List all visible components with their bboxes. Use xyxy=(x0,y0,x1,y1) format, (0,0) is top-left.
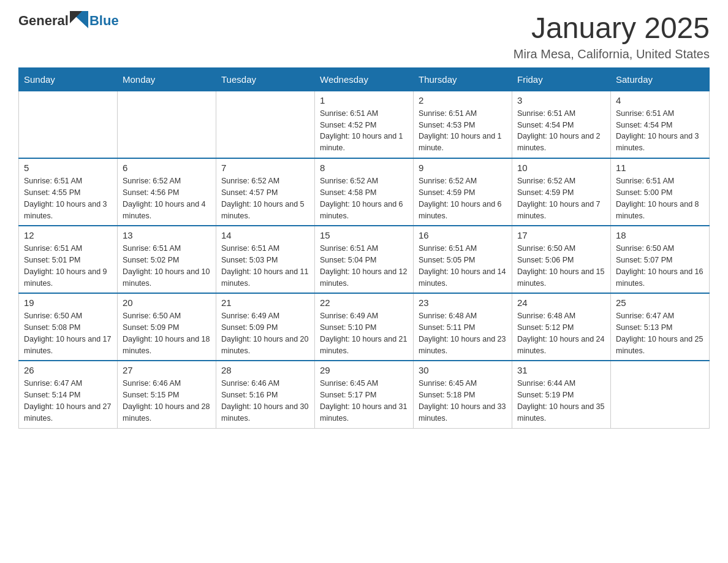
calendar-cell: 26Sunrise: 6:47 AMSunset: 5:14 PMDayligh… xyxy=(19,361,118,428)
day-number: 28 xyxy=(221,365,309,375)
col-header-saturday: Saturday xyxy=(611,67,710,91)
day-number: 30 xyxy=(419,365,507,375)
calendar-cell: 5Sunrise: 6:51 AMSunset: 4:55 PMDaylight… xyxy=(19,158,118,226)
calendar-week-row: 19Sunrise: 6:50 AMSunset: 5:08 PMDayligh… xyxy=(19,293,710,361)
day-info: Sunrise: 6:47 AMSunset: 5:13 PMDaylight:… xyxy=(616,310,704,356)
day-number: 15 xyxy=(320,230,408,240)
calendar-cell: 24Sunrise: 6:48 AMSunset: 5:12 PMDayligh… xyxy=(512,293,611,361)
col-header-sunday: Sunday xyxy=(19,67,118,91)
calendar-cell: 20Sunrise: 6:50 AMSunset: 5:09 PMDayligh… xyxy=(118,293,216,361)
calendar-week-row: 1Sunrise: 6:51 AMSunset: 4:52 PMDaylight… xyxy=(19,91,710,158)
calendar-cell: 28Sunrise: 6:46 AMSunset: 5:16 PMDayligh… xyxy=(216,361,315,428)
col-header-monday: Monday xyxy=(118,67,216,91)
day-info: Sunrise: 6:52 AMSunset: 4:57 PMDaylight:… xyxy=(221,175,309,221)
day-number: 26 xyxy=(24,365,112,375)
calendar-cell xyxy=(611,361,710,428)
calendar-cell: 14Sunrise: 6:51 AMSunset: 5:03 PMDayligh… xyxy=(216,226,315,293)
day-info: Sunrise: 6:48 AMSunset: 5:11 PMDaylight:… xyxy=(419,310,507,356)
day-info: Sunrise: 6:51 AMSunset: 5:00 PMDaylight:… xyxy=(616,175,704,221)
day-number: 3 xyxy=(517,95,605,105)
day-info: Sunrise: 6:51 AMSunset: 4:53 PMDaylight:… xyxy=(419,108,507,154)
calendar-table: SundayMondayTuesdayWednesdayThursdayFrid… xyxy=(18,67,710,429)
day-info: Sunrise: 6:51 AMSunset: 4:54 PMDaylight:… xyxy=(517,108,605,154)
day-number: 31 xyxy=(517,365,605,375)
day-number: 10 xyxy=(517,163,605,173)
day-info: Sunrise: 6:52 AMSunset: 4:58 PMDaylight:… xyxy=(320,175,408,221)
day-info: Sunrise: 6:46 AMSunset: 5:15 PMDaylight:… xyxy=(123,378,211,424)
day-number: 14 xyxy=(221,230,309,240)
day-number: 4 xyxy=(616,95,704,105)
day-number: 21 xyxy=(221,297,309,308)
calendar-cell: 11Sunrise: 6:51 AMSunset: 5:00 PMDayligh… xyxy=(611,158,710,226)
calendar-cell: 18Sunrise: 6:50 AMSunset: 5:07 PMDayligh… xyxy=(611,226,710,293)
calendar-cell: 7Sunrise: 6:52 AMSunset: 4:57 PMDaylight… xyxy=(216,158,315,226)
month-title: January 2025 xyxy=(514,12,710,45)
day-info: Sunrise: 6:52 AMSunset: 4:59 PMDaylight:… xyxy=(419,175,507,221)
day-info: Sunrise: 6:47 AMSunset: 5:14 PMDaylight:… xyxy=(24,378,112,424)
day-info: Sunrise: 6:51 AMSunset: 5:05 PMDaylight:… xyxy=(419,243,507,289)
calendar-cell: 4Sunrise: 6:51 AMSunset: 4:54 PMDaylight… xyxy=(611,91,710,158)
calendar-cell: 30Sunrise: 6:45 AMSunset: 5:18 PMDayligh… xyxy=(414,361,512,428)
day-info: Sunrise: 6:52 AMSunset: 4:56 PMDaylight:… xyxy=(123,175,211,221)
location: Mira Mesa, California, United States xyxy=(514,47,710,61)
calendar-cell: 29Sunrise: 6:45 AMSunset: 5:17 PMDayligh… xyxy=(315,361,414,428)
day-info: Sunrise: 6:50 AMSunset: 5:09 PMDaylight:… xyxy=(123,310,211,356)
day-info: Sunrise: 6:51 AMSunset: 4:52 PMDaylight:… xyxy=(320,108,408,154)
day-info: Sunrise: 6:46 AMSunset: 5:16 PMDaylight:… xyxy=(221,378,309,424)
day-info: Sunrise: 6:49 AMSunset: 5:10 PMDaylight:… xyxy=(320,310,408,356)
day-info: Sunrise: 6:51 AMSunset: 5:02 PMDaylight:… xyxy=(123,243,211,289)
calendar-cell: 12Sunrise: 6:51 AMSunset: 5:01 PMDayligh… xyxy=(19,226,118,293)
day-info: Sunrise: 6:50 AMSunset: 5:07 PMDaylight:… xyxy=(616,243,704,289)
calendar-cell: 8Sunrise: 6:52 AMSunset: 4:58 PMDaylight… xyxy=(315,158,414,226)
day-number: 5 xyxy=(24,163,112,173)
col-header-friday: Friday xyxy=(512,67,611,91)
day-number: 8 xyxy=(320,163,408,173)
logo: General Blue xyxy=(18,12,119,29)
day-info: Sunrise: 6:45 AMSunset: 5:17 PMDaylight:… xyxy=(320,378,408,424)
day-info: Sunrise: 6:50 AMSunset: 5:06 PMDaylight:… xyxy=(517,243,605,289)
day-info: Sunrise: 6:51 AMSunset: 5:01 PMDaylight:… xyxy=(24,243,112,289)
day-number: 16 xyxy=(419,230,507,240)
day-number: 23 xyxy=(419,297,507,308)
calendar-header-row: SundayMondayTuesdayWednesdayThursdayFrid… xyxy=(19,67,710,91)
day-info: Sunrise: 6:45 AMSunset: 5:18 PMDaylight:… xyxy=(419,378,507,424)
calendar-cell: 19Sunrise: 6:50 AMSunset: 5:08 PMDayligh… xyxy=(19,293,118,361)
day-number: 29 xyxy=(320,365,408,375)
calendar-cell: 27Sunrise: 6:46 AMSunset: 5:15 PMDayligh… xyxy=(118,361,216,428)
day-number: 25 xyxy=(616,297,704,308)
calendar-cell: 3Sunrise: 6:51 AMSunset: 4:54 PMDaylight… xyxy=(512,91,611,158)
day-number: 22 xyxy=(320,297,408,308)
day-number: 20 xyxy=(123,297,211,308)
col-header-wednesday: Wednesday xyxy=(315,67,414,91)
calendar-week-row: 5Sunrise: 6:51 AMSunset: 4:55 PMDaylight… xyxy=(19,158,710,226)
day-number: 1 xyxy=(320,95,408,105)
calendar-cell: 6Sunrise: 6:52 AMSunset: 4:56 PMDaylight… xyxy=(118,158,216,226)
day-info: Sunrise: 6:50 AMSunset: 5:08 PMDaylight:… xyxy=(24,310,112,356)
logo-text-general: General xyxy=(18,13,69,29)
col-header-tuesday: Tuesday xyxy=(216,67,315,91)
calendar-cell: 25Sunrise: 6:47 AMSunset: 5:13 PMDayligh… xyxy=(611,293,710,361)
day-number: 17 xyxy=(517,230,605,240)
day-number: 18 xyxy=(616,230,704,240)
day-info: Sunrise: 6:51 AMSunset: 4:55 PMDaylight:… xyxy=(24,175,112,221)
day-info: Sunrise: 6:52 AMSunset: 4:59 PMDaylight:… xyxy=(517,175,605,221)
title-block: January 2025 Mira Mesa, California, Unit… xyxy=(514,12,710,61)
day-info: Sunrise: 6:48 AMSunset: 5:12 PMDaylight:… xyxy=(517,310,605,356)
day-info: Sunrise: 6:51 AMSunset: 5:04 PMDaylight:… xyxy=(320,243,408,289)
calendar-cell: 17Sunrise: 6:50 AMSunset: 5:06 PMDayligh… xyxy=(512,226,611,293)
calendar-cell xyxy=(19,91,118,158)
calendar-cell: 16Sunrise: 6:51 AMSunset: 5:05 PMDayligh… xyxy=(414,226,512,293)
calendar-cell: 15Sunrise: 6:51 AMSunset: 5:04 PMDayligh… xyxy=(315,226,414,293)
day-number: 6 xyxy=(123,163,211,173)
day-number: 27 xyxy=(123,365,211,375)
calendar-week-row: 26Sunrise: 6:47 AMSunset: 5:14 PMDayligh… xyxy=(19,361,710,428)
logo-text-blue: Blue xyxy=(89,13,119,29)
day-info: Sunrise: 6:44 AMSunset: 5:19 PMDaylight:… xyxy=(517,378,605,424)
day-number: 7 xyxy=(221,163,309,173)
calendar-cell: 2Sunrise: 6:51 AMSunset: 4:53 PMDaylight… xyxy=(414,91,512,158)
day-info: Sunrise: 6:49 AMSunset: 5:09 PMDaylight:… xyxy=(221,310,309,356)
calendar-cell: 13Sunrise: 6:51 AMSunset: 5:02 PMDayligh… xyxy=(118,226,216,293)
col-header-thursday: Thursday xyxy=(414,67,512,91)
day-number: 13 xyxy=(123,230,211,240)
day-info: Sunrise: 6:51 AMSunset: 5:03 PMDaylight:… xyxy=(221,243,309,289)
